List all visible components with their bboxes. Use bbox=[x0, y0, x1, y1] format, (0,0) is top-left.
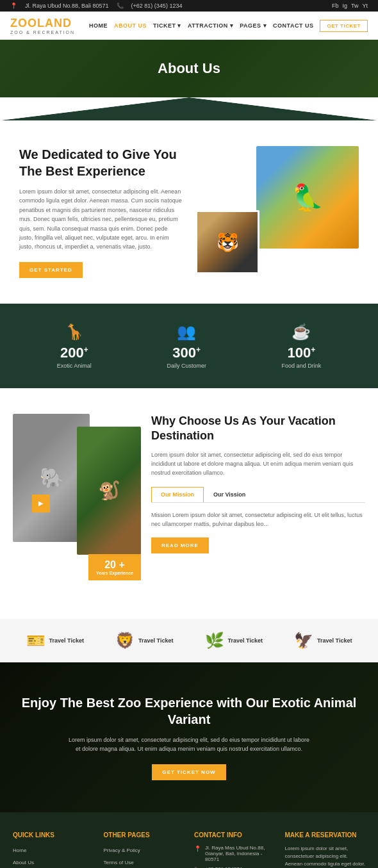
monkey-image-wrap: 🐒 20 + Years Experience bbox=[77, 427, 141, 580]
footer-other-pages-heading: Other Pages bbox=[104, 831, 185, 839]
partner-2: 🦁 Travel Ticket bbox=[115, 632, 173, 650]
top-bar-social: Fb Ig Tw Yt bbox=[332, 3, 368, 9]
cta-section: Enjoy The Best Zoo Experience with Our E… bbox=[0, 662, 378, 812]
food-icon: ☕ bbox=[282, 323, 322, 341]
stat-customer: 👥 300+ Daily Customer bbox=[167, 323, 206, 369]
link-privacy[interactable]: Privacy & Policy bbox=[104, 848, 140, 853]
tab-content-text: Mission Lorem ipsum dolor sit amet, cons… bbox=[151, 511, 365, 529]
nav-pages[interactable]: PAGES ▾ bbox=[240, 22, 267, 29]
footer-contact: Contact Info 📍 Jl. Raya Mas Ubud No.88, … bbox=[194, 831, 275, 868]
about-body: Lorem ipsum dolor sit amet, consectetur … bbox=[19, 187, 183, 252]
logo[interactable]: ZOOLAND ZOO & RECREATION bbox=[10, 17, 75, 35]
stat-exotic-label: Exotic Animal bbox=[57, 363, 92, 369]
cta-heading: Enjoy The Best Zoo Experience with Our E… bbox=[19, 694, 359, 728]
partners-section: 🎫 Travel Ticket 🦁 Travel Ticket 🌿 Travel… bbox=[0, 619, 378, 662]
partner-3-label: Travel Ticket bbox=[228, 637, 263, 644]
partner-2-label: Travel Ticket bbox=[138, 637, 173, 644]
stat-exotic-number: 200+ bbox=[57, 345, 92, 361]
nav-attraction[interactable]: ATTRACTION ▾ bbox=[188, 22, 233, 29]
logo-sub: ZOO & RECREATION bbox=[10, 30, 75, 35]
why-images: 🐘 🐒 20 + Years Experience bbox=[13, 414, 141, 593]
footer: Quick Links Home About Us Destination Co… bbox=[0, 812, 378, 868]
stats-section: 🦒 200+ Exotic Animal 👥 300+ Daily Custom… bbox=[0, 304, 378, 388]
footer-contact-heading: Contact Info bbox=[194, 831, 275, 839]
about-images: 🦜 🐯 bbox=[195, 146, 359, 274]
list-item: Terms of Use bbox=[104, 857, 185, 866]
footer-other-pages: Other Pages Privacy & Policy Terms of Us… bbox=[104, 831, 185, 868]
footer-reservation: Make a Reservation Lorem ipsum dolor sit… bbox=[285, 831, 366, 868]
top-bar: 📍 Jl. Raya Ubud No.88, Bali 80571 📞 (+62… bbox=[0, 0, 378, 12]
partner-4-label: Travel Ticket bbox=[317, 637, 352, 644]
link-home[interactable]: Home bbox=[13, 848, 26, 853]
read-more-button[interactable]: READ MORE bbox=[151, 537, 209, 553]
nav-contact[interactable]: CONTACT US bbox=[273, 22, 313, 29]
tiger-photo: 🐯 bbox=[197, 212, 258, 272]
list-item: About Us bbox=[13, 857, 94, 866]
partner-4: 🦅 Travel Ticket bbox=[294, 632, 352, 650]
stat-food-number: 100+ bbox=[282, 345, 322, 361]
logo-text: ZOOLAND bbox=[10, 17, 75, 30]
list-item: Privacy & Policy bbox=[104, 845, 185, 854]
about-section: We Dedicated to Give You The Best Experi… bbox=[0, 120, 378, 304]
partner-1-icon: 🎫 bbox=[26, 632, 45, 650]
partner-3-icon: 🌿 bbox=[205, 632, 224, 650]
list-item: Home bbox=[13, 845, 94, 854]
stat-food-label: Food and Drink bbox=[282, 363, 322, 369]
phone-icon: 📞 bbox=[117, 3, 124, 9]
stat-customer-number: 300+ bbox=[167, 345, 206, 361]
social-tw[interactable]: Tw bbox=[351, 3, 359, 9]
get-ticket-button[interactable]: GET TICKET bbox=[320, 20, 368, 32]
years-number: 20 + bbox=[96, 559, 133, 571]
partner-2-icon: 🦁 bbox=[115, 632, 135, 650]
tab-vision[interactable]: Our Vission bbox=[204, 487, 255, 502]
social-fb[interactable]: Fb bbox=[332, 3, 339, 9]
social-ig[interactable]: Ig bbox=[342, 3, 347, 9]
address-icon: 📍 bbox=[10, 3, 17, 9]
why-content: Why Choose Us As Your Vacation Destinati… bbox=[151, 414, 365, 554]
why-body: Lorem ipsum dolor sit amet, consectetur … bbox=[151, 450, 365, 478]
hero-title: About Us bbox=[158, 60, 220, 77]
stat-customer-label: Daily Customer bbox=[167, 363, 206, 369]
stat-exotic: 🦒 200+ Exotic Animal bbox=[57, 323, 92, 369]
why-heading: Why Choose Us As Your Vacation Destinati… bbox=[151, 414, 365, 444]
monkey-image: 🐒 bbox=[77, 427, 141, 555]
footer-phone-text: +62 361 154874 bbox=[205, 866, 242, 868]
nav-links: HOME ABOUT US TICKET ▾ ATTRACTION ▾ PAGE… bbox=[89, 20, 368, 32]
partner-4-icon: 🦅 bbox=[294, 632, 313, 650]
footer-quick-links-list: Home About Us Destination Contact bbox=[13, 845, 94, 868]
years-badge: 20 + Years Experience bbox=[88, 554, 141, 580]
footer-reservation-desc: Lorem ipsum dolor sit amet, consectetuer… bbox=[285, 845, 366, 868]
tab-mission[interactable]: Our Mission bbox=[151, 487, 204, 502]
get-started-button[interactable]: GET STARTED bbox=[19, 262, 83, 278]
nav-home[interactable]: HOME bbox=[89, 22, 108, 29]
social-yt[interactable]: Yt bbox=[362, 3, 368, 9]
parrot-photo: 🦜 bbox=[256, 146, 359, 249]
stat-food: ☕ 100+ Food and Drink bbox=[282, 323, 322, 369]
tiger-image: 🐯 bbox=[195, 210, 259, 274]
footer-address-text: Jl. Raya Mas Ubud No.88, Gianyar, Bali, … bbox=[205, 845, 275, 862]
hero-section: About Us bbox=[0, 40, 378, 97]
map-icon: 📍 bbox=[194, 846, 201, 852]
nav-ticket[interactable]: TICKET ▾ bbox=[153, 22, 181, 29]
about-text: We Dedicated to Give You The Best Experi… bbox=[19, 146, 183, 278]
wave-divider bbox=[0, 97, 378, 120]
partner-1: 🎫 Travel Ticket bbox=[26, 632, 84, 650]
link-terms[interactable]: Terms of Use bbox=[104, 860, 134, 865]
footer-reservation-heading: Make a Reservation bbox=[285, 831, 366, 839]
link-about[interactable]: About Us bbox=[13, 860, 34, 865]
footer-other-pages-list: Privacy & Policy Terms of Use Disclaimer… bbox=[104, 845, 185, 868]
why-section: 🐘 🐒 20 + Years Experience Why Choose Us … bbox=[0, 388, 378, 619]
exotic-icon: 🦒 bbox=[57, 323, 92, 341]
cta-body: Lorem ipsum dolor sit amet, consectetur … bbox=[67, 735, 311, 754]
top-phone: (+62 81) (345) 1234 bbox=[131, 3, 183, 9]
footer-address: 📍 Jl. Raya Mas Ubud No.88, Gianyar, Bali… bbox=[194, 845, 275, 862]
footer-quick-links: Quick Links Home About Us Destination Co… bbox=[13, 831, 94, 868]
years-label: Years Experience bbox=[96, 571, 133, 575]
why-tabs: Our Mission Our Vission bbox=[151, 487, 365, 503]
nav-about[interactable]: ABOUT US bbox=[114, 22, 147, 29]
partner-1-label: Travel Ticket bbox=[49, 637, 84, 644]
footer-quick-links-heading: Quick Links bbox=[13, 831, 94, 839]
play-button[interactable] bbox=[32, 495, 50, 512]
footer-phone: 📞 +62 361 154874 bbox=[194, 866, 275, 868]
cta-ticket-button[interactable]: GET TICKET NOW bbox=[152, 764, 226, 780]
